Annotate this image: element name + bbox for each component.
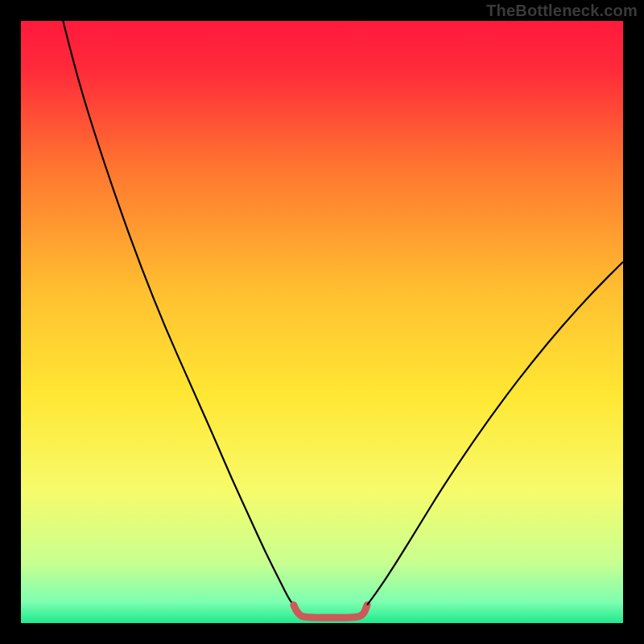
series-right-curve [367,262,623,605]
plot-area [21,21,623,623]
chart-container: TheBottleneck.com [0,0,644,644]
curve-layer [21,21,623,623]
watermark-text: TheBottleneck.com [486,2,638,20]
series-floor-segment [294,605,367,618]
series-left-curve [63,21,293,605]
